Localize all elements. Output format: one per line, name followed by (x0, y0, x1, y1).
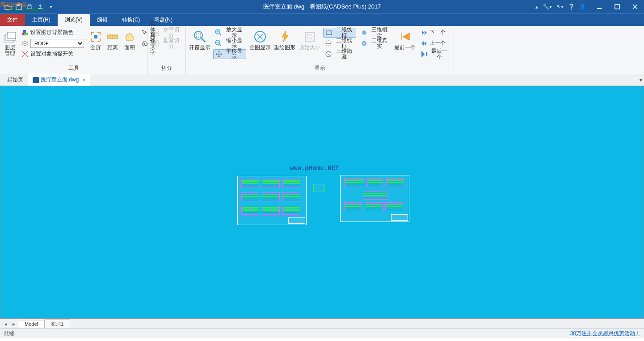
close-button[interactable] (626, 0, 644, 13)
layer-select[interactable]: ROOF (20, 38, 86, 48)
3d-concept-button[interactable]: 三维概念 (359, 28, 391, 38)
minimize-button[interactable] (590, 0, 608, 13)
hsplit-button: 水平切分 (150, 28, 183, 38)
3d-wireframe-button[interactable]: 三维线框 (323, 38, 356, 48)
cursor-icon[interactable]: ↖▾ (556, 4, 564, 10)
3d-real-button[interactable]: 三维真实 (359, 38, 391, 48)
prev-label: 上一个 (429, 40, 446, 46)
fullscreen-label: 全屏 (90, 45, 101, 51)
original-size-label: 原始大小 (299, 45, 320, 51)
svg-rect-1 (17, 4, 20, 6)
prev-button[interactable]: 上一个 (419, 38, 451, 48)
zoom-out-button[interactable]: 缩小显示 (213, 38, 246, 48)
last-button[interactable]: 最后一个 (419, 49, 451, 59)
menu-convert[interactable]: 转换(C) (115, 14, 147, 26)
save-icon[interactable] (15, 3, 22, 10)
zoom-all-label: 全图显示 (249, 45, 271, 51)
3d-hidden-button[interactable]: 三维隐藏 (323, 49, 356, 59)
next-icon (421, 29, 428, 36)
open-icon[interactable] (4, 3, 12, 10)
tab-start[interactable]: 起始页 (3, 74, 28, 85)
menu-edit[interactable]: 编辑 (90, 14, 115, 26)
person-icon[interactable]: 👤 (579, 4, 586, 10)
osnap-button[interactable]: 设置对象捕捉开关 (20, 49, 86, 59)
dwg-file-icon (33, 77, 39, 83)
tab-file[interactable]: 医疗室立面.dwg × (28, 74, 90, 86)
vsplit-button: 垂直切分 (150, 38, 183, 48)
svg-rect-14 (94, 35, 97, 38)
next-button[interactable]: 下一个 (419, 28, 451, 38)
svg-line-44 (326, 52, 331, 56)
wrench-icon[interactable]: 🔧▾ (543, 4, 552, 10)
print-icon[interactable] (26, 3, 33, 10)
ribbon-min-icon[interactable]: ▴ (535, 4, 538, 10)
drawing-detail (313, 184, 325, 192)
file-menu-button[interactable]: 文件 (0, 14, 25, 26)
first-icon (398, 30, 412, 44)
vsplit-icon (152, 40, 159, 47)
ribbon-group-tools: 图层管理 设置图形背景颜色 ROOF 设置对象捕捉开关 全屏 (0, 26, 147, 74)
area-label: 面积 (124, 45, 135, 51)
zoom-window-label: 开窗显示 (189, 45, 210, 51)
svg-rect-10 (25, 33, 28, 35)
3d-real-label: 三维真实 (370, 38, 389, 49)
last-label: 最后一个 (429, 48, 449, 60)
zoom-in-button[interactable]: 放大显示 (213, 28, 246, 38)
menu-bar: 文件 主页(H) 浏览(V) 编辑 转换(C) 网盘(N) (0, 13, 644, 26)
tab-dropdown-icon[interactable]: ▾ (640, 77, 642, 83)
hide3d-icon (325, 51, 332, 58)
svg-rect-9 (22, 33, 25, 35)
pan-button[interactable]: 平移显示 (213, 49, 246, 59)
area-button[interactable]: 面积 (122, 28, 137, 51)
wf3d-icon (325, 40, 332, 47)
regen-button[interactable]: 重绘图形 (274, 28, 296, 51)
tab-model[interactable]: Model (18, 320, 45, 328)
maximize-button[interactable] (608, 0, 626, 13)
vsplit-label: 垂直切分 (161, 38, 181, 49)
tab-start-label: 起始页 (7, 76, 23, 84)
scroll-right-icon[interactable]: ▸ (10, 321, 18, 327)
concept3d-icon (361, 29, 368, 36)
bg-color-button[interactable]: 设置图形背景颜色 (20, 28, 86, 38)
svg-point-27 (194, 31, 202, 39)
distance-button[interactable]: 距离 (105, 28, 120, 51)
help-icon[interactable]: ❔ (568, 4, 575, 10)
drawing-canvas[interactable]: www.pHome.NET (0, 86, 644, 319)
zoom-all-icon (253, 30, 267, 44)
layer-dropdown[interactable]: ROOF (30, 39, 84, 48)
svg-rect-29 (196, 33, 201, 38)
zoom-all-button[interactable]: 全图显示 (249, 28, 271, 51)
next-label: 下一个 (429, 30, 446, 35)
title-bar: ▾ 医疗室立面.dwg - 看图纸(CADSee Plus) 2017 ▴ 🔧▾… (0, 0, 644, 13)
tab-file-label: 医疗室立面.dwg (41, 76, 79, 84)
scroll-left-icon[interactable]: ◂ (2, 321, 10, 327)
svg-rect-5 (615, 4, 619, 9)
fullscreen-button[interactable]: 全屏 (88, 28, 103, 51)
status-bar: 就绪 30万注册会员感恩优惠活动！ (0, 328, 644, 338)
canvas-watermark: www.pHome.NET (290, 165, 339, 172)
tab-layout1[interactable]: 布局1 (44, 320, 70, 328)
bg-color-label: 设置图形背景颜色 (30, 30, 73, 35)
layer-manage-button[interactable]: 图层管理 (3, 28, 17, 56)
regen-label: 重绘图形 (274, 45, 295, 51)
export-icon[interactable] (37, 3, 44, 10)
2d-wireframe-button[interactable]: 二维线框 (323, 28, 356, 38)
menu-home[interactable]: 主页(H) (25, 14, 58, 26)
svg-rect-2 (27, 6, 32, 9)
svg-line-35 (219, 44, 221, 46)
layer-manage-label: 图层管理 (3, 45, 17, 56)
tab-close-icon[interactable]: × (82, 77, 85, 83)
zoom-out-icon (215, 40, 222, 47)
zoom-window-button[interactable]: 开窗显示 (189, 28, 210, 51)
svg-rect-11 (23, 30, 26, 33)
svg-rect-24 (153, 33, 158, 35)
origsize-icon (303, 30, 317, 44)
ribbon: 图层管理 设置图形背景颜色 ROOF 设置对象捕捉开关 全屏 (0, 26, 644, 74)
zoom-in-icon (215, 29, 222, 36)
svg-rect-3 (28, 4, 31, 6)
menu-browse[interactable]: 浏览(V) (58, 14, 90, 26)
promo-link[interactable]: 30万注册会员感恩优惠活动！ (570, 330, 640, 337)
dropdown-icon[interactable]: ▾ (47, 3, 55, 10)
first-button[interactable]: 最前一个 (394, 28, 416, 51)
svg-point-21 (142, 43, 145, 46)
